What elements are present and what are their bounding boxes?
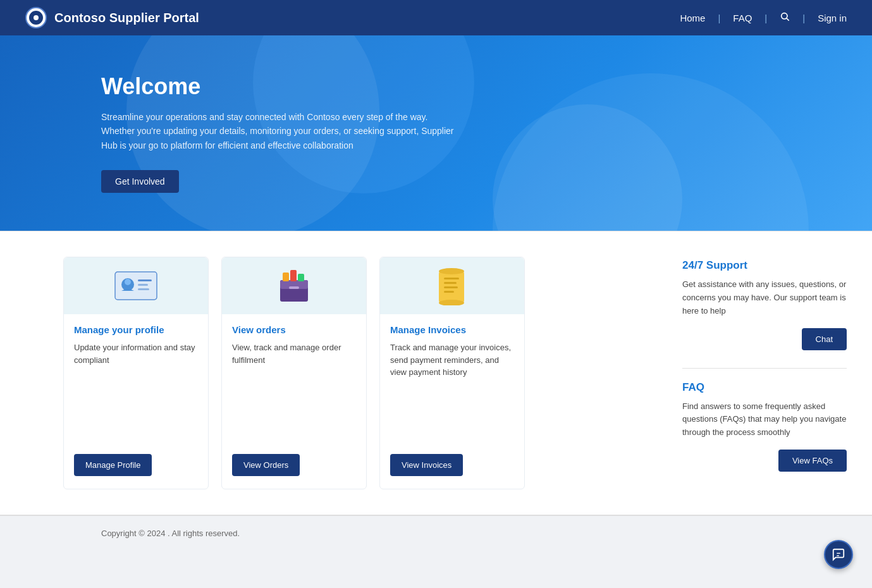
svg-rect-17 (444, 278, 459, 279)
profile-card-image (64, 257, 208, 314)
svg-rect-12 (283, 273, 289, 281)
svg-rect-6 (138, 279, 152, 281)
brand-name: Contoso Supplier Portal (54, 11, 199, 25)
svg-rect-20 (444, 291, 454, 293)
profile-icon (114, 269, 158, 302)
chat-fab-button[interactable] (824, 540, 853, 569)
orders-card-desc: View, track and manage order fulfilment (232, 341, 356, 441)
invoices-card: Manage Invoices Track and manage your in… (379, 257, 525, 489)
support-title: 24/7 Support (682, 259, 847, 272)
invoices-card-body: Manage Invoices Track and manage your in… (380, 314, 524, 489)
sidebar-section: 24/7 Support Get assistance with any iss… (682, 257, 847, 489)
content-area: Manage your profile Update your informat… (0, 231, 872, 515)
profile-card-body: Manage your profile Update your informat… (64, 314, 208, 489)
support-desc: Get assistance with any issues, question… (682, 278, 847, 317)
svg-rect-11 (289, 286, 299, 289)
svg-point-5 (125, 279, 131, 285)
faq-title: FAQ (682, 381, 847, 394)
orders-card: View orders View, track and manage order… (221, 257, 367, 489)
orders-icon (275, 267, 313, 304)
hero-title: Welcome (101, 73, 493, 100)
svg-point-16 (439, 268, 464, 274)
signin-link[interactable]: Sign in (818, 13, 847, 23)
hero-content: Welcome Streamline your operations and s… (101, 73, 493, 193)
svg-rect-7 (138, 284, 148, 286)
search-icon[interactable] (780, 11, 790, 24)
brand-logo-icon (25, 7, 47, 28)
navbar: Contoso Supplier Portal Home | FAQ | | S… (0, 0, 872, 35)
invoices-card-desc: Track and manage your invoices, send pay… (390, 341, 514, 441)
faq-block: FAQ Find answers to some frequently aske… (682, 381, 847, 472)
hero-section: Welcome Streamline your operations and s… (0, 35, 872, 231)
profile-card: Manage your profile Update your informat… (63, 257, 209, 489)
view-faqs-button[interactable]: View FAQs (778, 450, 847, 472)
nav-sep-2: | (765, 13, 767, 23)
faq-nav-link[interactable]: FAQ (733, 13, 752, 23)
nav-links: Home | FAQ | | Sign in (680, 11, 847, 24)
footer-text: Copyright © 2024 . All rights reserved. (101, 529, 240, 538)
svg-rect-18 (444, 282, 457, 284)
orders-card-title: View orders (232, 324, 356, 335)
invoices-card-title: Manage Invoices (390, 324, 514, 335)
view-invoices-button[interactable]: View Invoices (390, 454, 463, 476)
invoices-icon (435, 266, 469, 305)
nav-sep-3: | (802, 13, 805, 23)
main-content: Manage your profile Update your informat… (0, 231, 872, 515)
profile-card-title: Manage your profile (74, 324, 198, 335)
sidebar-divider (682, 368, 847, 369)
get-involved-button[interactable]: Get Involved (101, 170, 179, 193)
manage-profile-button[interactable]: Manage Profile (74, 454, 152, 476)
view-orders-button[interactable]: View Orders (232, 454, 300, 476)
hero-subtitle: Streamline your operations and stay conn… (101, 110, 455, 152)
cards-section: Manage your profile Update your informat… (63, 257, 663, 489)
chat-fab-icon (832, 548, 845, 561)
orders-card-image (222, 257, 366, 314)
nav-sep-1: | (718, 13, 720, 23)
svg-rect-19 (444, 286, 458, 288)
svg-line-1 (787, 18, 789, 21)
chat-button[interactable]: Chat (802, 328, 847, 350)
support-block: 24/7 Support Get assistance with any iss… (682, 259, 847, 350)
footer: Copyright © 2024 . All rights reserved. (0, 515, 872, 551)
svg-point-0 (782, 13, 787, 19)
orders-card-body: View orders View, track and manage order… (222, 314, 366, 489)
svg-rect-14 (298, 274, 304, 281)
svg-rect-3 (115, 272, 157, 300)
svg-rect-8 (138, 288, 149, 290)
faq-desc: Find answers to some frequently asked qu… (682, 400, 847, 439)
home-link[interactable]: Home (680, 13, 705, 23)
svg-rect-13 (290, 270, 297, 281)
brand: Contoso Supplier Portal (25, 7, 199, 28)
invoices-card-image (380, 257, 524, 314)
profile-card-desc: Update your information and stay complia… (74, 341, 198, 441)
